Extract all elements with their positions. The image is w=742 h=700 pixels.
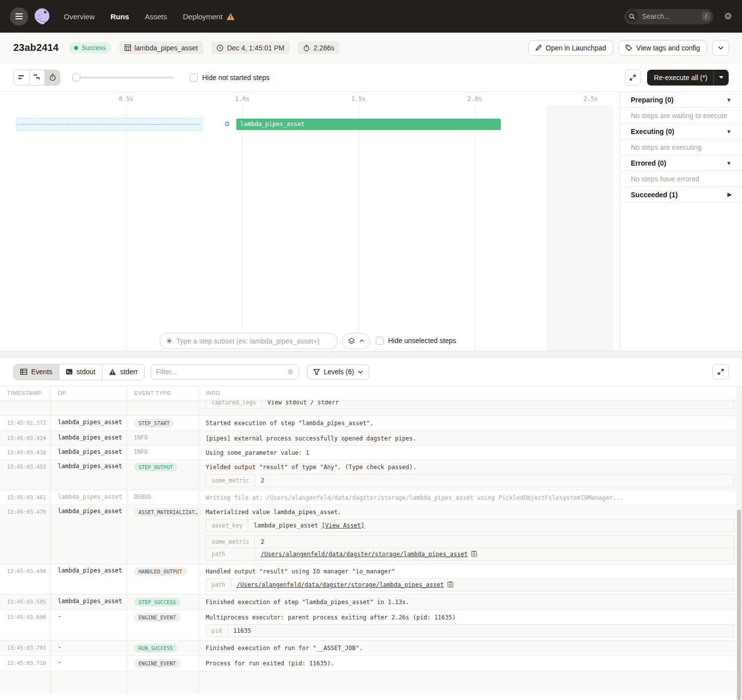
- event-type-cell: HANDLED_OUTPUT: [127, 564, 199, 594]
- dagster-logo-icon[interactable]: [32, 6, 52, 26]
- event-timestamp: [0, 400, 51, 415]
- nav-link-assets[interactable]: Assets: [145, 12, 167, 21]
- top-nav: OverviewRunsAssetsDeployment Search... /…: [0, 0, 742, 33]
- event-type-label: INFO: [134, 448, 148, 455]
- nav-link-runs[interactable]: Runs: [111, 12, 130, 21]
- metadata-table: some_metric2path/Users/alangenfeld/data/…: [206, 535, 734, 561]
- log-scrollbar[interactable]: [736, 386, 742, 700]
- event-type-cell: INFO: [127, 445, 199, 459]
- event-type-cell: ASSET_MATERIALIZAT…: [127, 505, 199, 564]
- event-row[interactable]: 13:45:03.701-RUN_SUCCESSFinished executi…: [0, 641, 742, 656]
- sidebar-section-succeeded[interactable]: Succeeded (1)▶: [620, 187, 742, 203]
- gantt-fullscreen-button[interactable]: [625, 70, 641, 86]
- nav-link-overview[interactable]: Overview: [64, 12, 95, 21]
- sidebar-section-title: Executing (0): [631, 128, 674, 135]
- sidebar-section-title: Errored (0): [631, 159, 666, 167]
- event-row[interactable]: 13:45:03.505lambda_pipes_assetSTEP_SUCCE…: [0, 595, 742, 610]
- step-subset-input[interactable]: [176, 337, 331, 345]
- event-row[interactable]: 13:45:03.696-ENGINE_EVENTMultiprocess ex…: [0, 610, 742, 641]
- log-filter-wrap: ⊗: [151, 364, 299, 380]
- sidebar-section-executing[interactable]: Executing (0)▼: [620, 124, 742, 139]
- hide-not-started-checkbox[interactable]: Hide not started steps: [190, 74, 269, 82]
- event-info-text: Finished execution of step "lambda_pipes…: [206, 598, 736, 606]
- metadata-path-link[interactable]: /Users/alangenfeld/data/dagster/storage/…: [237, 581, 444, 588]
- axis-gridline: [358, 105, 359, 351]
- re-execute-options-caret[interactable]: [713, 70, 729, 86]
- metadata-label: pid: [206, 625, 228, 637]
- slider-knob[interactable]: [72, 73, 81, 82]
- event-row[interactable]: 13:45:03.716-ENGINE_EVENTProcess for run…: [0, 656, 742, 671]
- event-info-cell: Process for run exited (pid: 11635).: [199, 656, 742, 671]
- copy-icon[interactable]: [447, 581, 453, 588]
- sidebar-section-errored[interactable]: Errored (0)▼: [620, 155, 742, 171]
- event-row[interactable]: 13:45:03.461lambda_pipes_assetDEBUGWriti…: [0, 490, 742, 505]
- metadata-row: path/Users/alangenfeld/data/dagster/stor…: [206, 579, 734, 591]
- gantt-step-marker-icon: [225, 122, 229, 126]
- event-info-cell: Writing file at: /Users/alangenfeld/data…: [199, 490, 742, 504]
- filler-cell: [127, 671, 199, 694]
- metadata-value-text: 2: [261, 477, 264, 484]
- axis-tick-label: 0.5s: [119, 95, 133, 102]
- search-input[interactable]: Search... /: [624, 9, 713, 24]
- panel-resize-handle[interactable]: [0, 351, 742, 358]
- duration-chip: 2.286s: [298, 41, 340, 54]
- settings-gear-icon[interactable]: ⚙: [724, 12, 732, 21]
- event-row[interactable]: 13:45:02.372lambda_pipes_assetSTEP_START…: [0, 416, 742, 431]
- levels-dropdown[interactable]: Levels (6): [307, 364, 369, 380]
- event-row[interactable]: 13:45:03.424lambda_pipes_assetINFO[pipes…: [0, 431, 742, 445]
- caret-down-icon: ▼: [726, 97, 732, 103]
- view-flat-icon[interactable]: [14, 70, 29, 85]
- view-tags-config-button[interactable]: View tags and config: [618, 40, 707, 56]
- header-more-actions-button[interactable]: [712, 40, 729, 56]
- event-type-badge: STEP_START: [134, 419, 174, 428]
- metadata-row: path/Users/alangenfeld/data/dagster/stor…: [206, 548, 734, 560]
- metadata-label: path: [206, 579, 231, 591]
- column-header-info: INFO: [199, 386, 742, 400]
- sidebar-section-preparing[interactable]: Preparing (0)▼: [620, 92, 742, 108]
- tab-events[interactable]: Events: [14, 364, 59, 380]
- re-execute-all-button[interactable]: Re-execute all (*): [647, 70, 729, 86]
- event-timestamp: 13:45:03.453: [0, 460, 51, 490]
- event-timestamp: 13:45:02.372: [0, 416, 51, 431]
- event-info-cell: Yielded output "result" of type "Any". (…: [199, 460, 742, 490]
- view-waterfall-icon[interactable]: [29, 70, 44, 85]
- menu-button[interactable]: [10, 7, 28, 26]
- log-filter-input[interactable]: [156, 368, 287, 376]
- view-timed-icon[interactable]: [44, 70, 60, 85]
- axis-tick-label: 2.5s: [584, 95, 598, 102]
- open-in-launchpad-button[interactable]: Open in Launchpad: [528, 40, 613, 56]
- nav-link-deployment[interactable]: Deployment: [183, 12, 235, 21]
- tab-stdout[interactable]: stdout: [59, 364, 102, 380]
- tab-stderr[interactable]: stderr: [102, 364, 144, 380]
- column-header-event-type: EVENT TYPE: [127, 386, 199, 400]
- log-fullscreen-button[interactable]: [712, 364, 729, 380]
- metadata-row: some_metric2: [206, 475, 734, 486]
- event-row[interactable]: captured_logsView stdout / stderr: [0, 400, 742, 416]
- search-shortcut-key: /: [702, 12, 710, 21]
- gantt-step-bar[interactable]: lambda_pipes_asset: [236, 119, 501, 130]
- event-row[interactable]: 13:45:03.438lambda_pipes_assetINFOUsing …: [0, 445, 742, 460]
- event-row[interactable]: 13:45:03.498lambda_pipes_assetHANDLED_OU…: [0, 564, 742, 595]
- event-timestamp: 13:45:03.498: [0, 564, 51, 594]
- metadata-path-link[interactable]: /Users/alangenfeld/data/dagster/storage/…: [261, 551, 468, 558]
- job-name-chip[interactable]: lambda_pipes_asset: [119, 41, 203, 54]
- chevron-down-icon: [719, 76, 724, 79]
- copy-icon[interactable]: [471, 551, 477, 557]
- event-info-text: Handled output "result" using IO manager…: [206, 567, 736, 575]
- start-time-chip: Dec 4, 1:45:01 PM: [211, 41, 290, 54]
- stdout-tab-icon: [66, 369, 73, 375]
- filter-clear-icon[interactable]: ⊗: [287, 367, 294, 376]
- event-row[interactable]: 13:45:03.470lambda_pipes_assetASSET_MATE…: [0, 505, 742, 564]
- view-asset-link[interactable]: [View Asset]: [322, 522, 365, 529]
- event-op: -: [51, 641, 127, 656]
- event-type-badge: ASSET_MATERIALIZAT…: [134, 508, 202, 517]
- caret-down-icon: ▼: [726, 129, 732, 134]
- log-scrollbar-thumb[interactable]: [737, 510, 741, 700]
- tab-label: stderr: [120, 368, 138, 376]
- graph-options-button[interactable]: [342, 333, 370, 349]
- event-op: lambda_pipes_asset: [51, 445, 127, 459]
- gantt-zoom-slider[interactable]: [72, 73, 174, 82]
- event-row[interactable]: 13:45:03.453lambda_pipes_assetSTEP_OUTPU…: [0, 460, 742, 490]
- hide-unselected-checkbox[interactable]: Hide unselected steps: [376, 337, 456, 345]
- job-grid-icon: [125, 44, 131, 51]
